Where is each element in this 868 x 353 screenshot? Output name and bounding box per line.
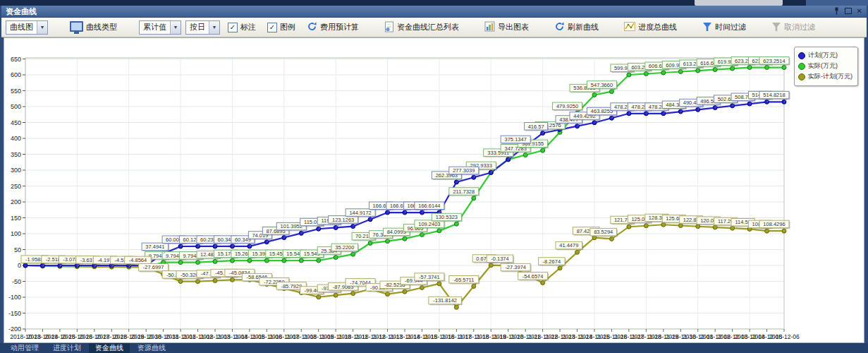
svg-text:100: 100	[11, 230, 21, 237]
series-labels-1: 9.79449.79449.794412.48215.17015.26515.3…	[145, 57, 790, 263]
svg-text:50: 50	[14, 246, 21, 253]
svg-text:514.8218: 514.8218	[763, 92, 785, 98]
chart-legend: 计划(万元)实际(万元)实际-计划(万元)	[794, 47, 858, 86]
svg-text:500: 500	[11, 103, 21, 110]
refresh-curve-button[interactable]: 刷新曲线	[551, 20, 602, 35]
scatter-line-icon	[624, 22, 635, 32]
tab-1[interactable]: 进度计划	[47, 343, 87, 353]
svg-text:-65.5711: -65.5711	[453, 277, 474, 283]
svg-text:-27.3974: -27.3974	[505, 264, 526, 270]
svg-text:83.5294: 83.5294	[594, 229, 613, 235]
svg-text:144.9172: 144.9172	[349, 210, 371, 216]
svg-text:-3.078: -3.078	[63, 256, 78, 263]
svg-text:400: 400	[11, 135, 21, 142]
svg-text:-85.7929: -85.7929	[281, 283, 302, 289]
svg-text:479.9250: 479.9250	[556, 103, 578, 109]
precalc-button[interactable]: 费用预计算	[303, 20, 362, 35]
pin-icon[interactable]	[833, 7, 840, 16]
svg-text:-99.46: -99.46	[305, 287, 319, 294]
toolbar: 曲线图 ▼ 曲线类型 累计值 ▼ 按日 ▼ ✓ 标注 ✓ 图例 费用	[1, 18, 867, 37]
checkbox-checked-icon: ✓	[228, 23, 238, 32]
progress-curve-button[interactable]: 进度总曲线	[621, 20, 680, 34]
by-day-dropdown-label: 按日	[190, 22, 205, 32]
svg-text:350: 350	[11, 151, 21, 158]
svg-text:150: 150	[11, 215, 21, 222]
legend-label: 实际(万元)	[808, 61, 838, 71]
svg-text:84.0993: 84.0993	[387, 229, 406, 235]
titlebar: 资金曲线 ✕	[1, 6, 867, 18]
legend-label: 实际-计划(万元)	[808, 72, 852, 81]
chevron-down-icon: ▼	[37, 21, 47, 34]
by-day-dropdown[interactable]: 按日 ▼	[185, 20, 220, 35]
svg-text:-8.2674: -8.2674	[543, 258, 561, 265]
export-chart-label: 导出图表	[498, 22, 529, 32]
svg-text:375.1347: 375.1347	[505, 136, 527, 143]
annotate-label: 标注	[240, 22, 256, 32]
background-window-fragment	[695, 0, 783, 6]
svg-text:300: 300	[11, 167, 21, 174]
annotate-checkbox[interactable]: ✓ 标注	[224, 20, 259, 34]
refresh-curve-label: 刷新曲线	[568, 22, 599, 32]
svg-text:-50: -50	[12, 278, 21, 285]
curve-type-label: 曲线类型	[86, 22, 117, 32]
tab-2[interactable]: 资金曲线	[89, 343, 130, 353]
svg-text:-27.6997: -27.6997	[143, 264, 164, 270]
legend-marker-icon	[798, 73, 805, 80]
svg-text:-50.326: -50.326	[181, 272, 198, 278]
background-window-fragment-2	[806, 0, 868, 6]
curve-type-button[interactable]: 曲线类型	[66, 20, 121, 35]
maximize-icon[interactable]	[845, 8, 852, 16]
svg-text:-2.518: -2.518	[46, 256, 61, 263]
chevron-down-icon: ▼	[170, 21, 181, 34]
summary-list-button[interactable]: 资金曲线汇总列表	[381, 20, 463, 35]
svg-text:2018-12-06: 2018-12-06	[769, 333, 800, 340]
curve-chart-dropdown-label: 曲线图	[10, 22, 33, 32]
svg-text:-0.1374: -0.1374	[491, 256, 508, 262]
curve-chart-dropdown[interactable]: 曲线图 ▼	[6, 20, 48, 35]
precalc-label: 费用预计算	[320, 22, 359, 32]
svg-text:-4.197: -4.197	[97, 257, 112, 263]
cancel-filter-button: 取消过滤	[768, 20, 819, 35]
svg-text:-3.637: -3.637	[80, 257, 95, 263]
legend-item-0: 计划(万元)	[798, 51, 852, 60]
svg-text:130.5323: 130.5323	[436, 214, 458, 220]
close-icon[interactable]: ✕	[857, 8, 862, 15]
legend-label: 图例	[280, 22, 295, 32]
tab-0[interactable]: 动用管理	[4, 343, 45, 353]
svg-text:166.6144: 166.6144	[418, 203, 440, 209]
series-labels-0: 37.494160.00760.12160.23460.34860.34974.…	[142, 91, 790, 253]
cumulative-dropdown-label: 累计值	[143, 22, 166, 32]
legend-marker-icon	[798, 52, 805, 59]
refresh-icon	[554, 21, 565, 33]
cancel-filter-label: 取消过滤	[784, 22, 815, 32]
time-filter-label: 时间过滤	[715, 22, 746, 32]
svg-text:37.4941: 37.4941	[145, 244, 164, 250]
cumulative-dropdown[interactable]: 累计值 ▼	[139, 20, 181, 35]
series-0	[23, 100, 786, 268]
svg-text:450: 450	[11, 119, 21, 126]
svg-text:623.2514: 623.2514	[763, 58, 785, 64]
svg-text:463.8255: 463.8255	[591, 108, 613, 114]
refresh-icon	[307, 21, 317, 33]
legend-checkbox[interactable]: ✓ 图例	[264, 20, 299, 34]
svg-text:-57.3741: -57.3741	[419, 274, 440, 280]
export-chart-button[interactable]: 导出图表	[481, 20, 532, 35]
svg-text:123.1263: 123.1263	[332, 217, 354, 223]
checkbox-checked-icon: ✓	[267, 23, 277, 32]
svg-text:-200: -200	[8, 325, 21, 333]
summary-list-label: 资金曲线汇总列表	[397, 22, 459, 32]
window-controls: ✕	[833, 7, 862, 16]
chart-svg: -200-150-100-500501001502002503003504004…	[4, 38, 864, 344]
window-title: 资金曲线	[6, 6, 833, 17]
progress-curve-label: 进度总曲线	[638, 22, 677, 32]
svg-text:-150: -150	[8, 310, 21, 317]
svg-text:-54.6574: -54.6574	[522, 273, 544, 280]
svg-text:650: 650	[11, 56, 21, 63]
svg-text:416.57: 416.57	[528, 124, 544, 130]
tab-3[interactable]: 资源曲线	[131, 343, 172, 353]
svg-text:0: 0	[18, 262, 21, 269]
document-icon	[384, 21, 394, 34]
legend-label: 计划(万元)	[808, 51, 838, 60]
time-filter-button[interactable]: 时间过滤	[699, 20, 750, 35]
chevron-down-icon: ▼	[209, 21, 219, 34]
